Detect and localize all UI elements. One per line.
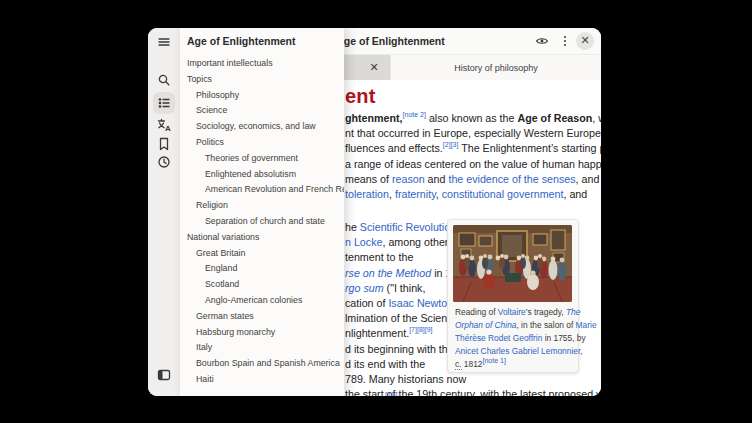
table-of-contents-icon[interactable] <box>153 92 175 114</box>
desktop-background: A Age of Enlightenment ✕ <box>0 0 752 423</box>
toc-panel-title: Age of Enlightenment <box>187 28 296 54</box>
toc-item[interactable]: German states <box>180 309 344 325</box>
article-link[interactable]: n Locke <box>345 236 382 248</box>
history-icon[interactable] <box>153 151 175 173</box>
article-link[interactable]: Voltaire <box>498 307 526 317</box>
svg-text:A: A <box>165 124 171 132</box>
toc-item[interactable]: American Revolution and French Revolutio… <box>180 182 344 198</box>
article-link[interactable]: reason <box>392 173 425 185</box>
hamburger-menu-icon[interactable] <box>153 31 175 53</box>
toc-item[interactable]: Italy <box>180 340 344 356</box>
article-link[interactable]: The <box>566 307 580 317</box>
tab-history-of-philosophy[interactable]: History of philosophy <box>390 55 601 80</box>
clipped-reference: [10] <box>385 390 398 396</box>
toc-item[interactable]: Habsburg monarchy <box>180 325 344 341</box>
article-link[interactable]: [7][8][9] <box>409 327 432 334</box>
toc-item[interactable]: Important intellectuals <box>180 56 344 72</box>
toc-item[interactable]: Religion <box>180 198 344 214</box>
toc-item[interactable]: Separation of church and state <box>180 214 344 230</box>
toc-item[interactable]: National variations <box>180 230 344 246</box>
toc-item[interactable]: Politics <box>180 135 344 151</box>
article-link[interactable]: toleration <box>345 188 389 200</box>
image-caption: Reading of Voltaire’s tragedy, TheOrphan… <box>455 306 571 371</box>
toc-item[interactable]: Anglo-American colonies <box>180 293 344 309</box>
window-close-button[interactable]: ✕ <box>576 32 594 50</box>
toc-item[interactable]: Enlightened absolutism <box>180 167 344 183</box>
toc-panel: Age of Enlightenment Important intellect… <box>180 28 344 396</box>
article-paragraph-1: ghtenment,[note 2] also known as the Age… <box>345 111 601 202</box>
article-link[interactable]: the evidence of the senses <box>448 173 575 185</box>
toc-item[interactable]: Scotland <box>180 277 344 293</box>
toc-list: Important intellectualsTopicsPhilosophyS… <box>180 56 344 388</box>
close-icon: ✕ <box>580 35 589 46</box>
toc-item[interactable]: England <box>180 261 344 277</box>
toc-item[interactable]: Philosophy <box>180 88 344 104</box>
search-icon[interactable] <box>153 69 175 91</box>
toc-item[interactable]: Bourbon Spain and Spanish America <box>180 356 344 372</box>
icon-rail: A <box>148 28 181 396</box>
article-thumbnail-card: Reading of Voltaire’s tragedy, TheOrphan… <box>447 219 579 373</box>
article-link[interactable]: rgo sum <box>345 282 384 294</box>
article-link[interactable]: Anicet Charles Gabriel Lemonnier <box>455 346 580 356</box>
article-link[interactable]: Isaac Newton <box>388 297 453 309</box>
article-link[interactable]: Orphan of China <box>455 320 516 330</box>
toggle-sidebar-icon[interactable] <box>153 364 175 386</box>
article-link[interactable]: [note 1] <box>482 357 505 364</box>
tab-close-icon[interactable]: ✕ <box>366 59 382 75</box>
article-heading-fragment: ent <box>345 85 376 108</box>
article-link[interactable]: [2][3] <box>443 142 459 149</box>
toc-item[interactable]: Science <box>180 103 344 119</box>
toc-item[interactable]: Topics <box>180 72 344 88</box>
app-window: A Age of Enlightenment ✕ <box>148 28 601 396</box>
article-link[interactable]: Scientific Revolution <box>360 221 456 233</box>
reader-view-icon[interactable] <box>533 32 551 50</box>
article-link[interactable]: Marie <box>576 320 597 330</box>
toc-item[interactable]: Great Britain <box>180 246 344 262</box>
toc-item[interactable]: Theories of government <box>180 151 344 167</box>
menu-kebab-icon[interactable] <box>556 32 574 50</box>
article-link[interactable]: rse on the Method <box>345 267 431 279</box>
toc-item[interactable]: Sociology, economics, and law <box>180 119 344 135</box>
toc-item[interactable]: Haiti <box>180 372 344 388</box>
article-link[interactable]: Thérèse Rodet Geoffrin <box>455 333 542 343</box>
painting-image[interactable] <box>453 225 572 302</box>
tab-label: History of philosophy <box>454 63 538 73</box>
article-link[interactable]: fraternity <box>395 188 436 200</box>
article-link[interactable]: [note 2] <box>403 111 426 118</box>
article-link[interactable]: constitutional government <box>442 188 564 200</box>
